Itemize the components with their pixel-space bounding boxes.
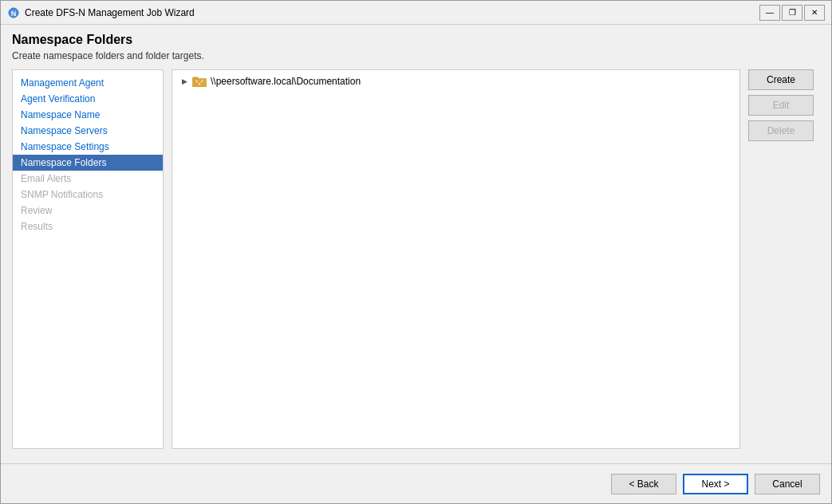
sidebar-item-snmp-notifications: SNMP Notifications: [13, 187, 163, 203]
svg-rect-2: [192, 79, 207, 88]
sidebar-item-management-agent[interactable]: Management Agent: [13, 75, 163, 91]
maximize-button[interactable]: ❐: [782, 5, 802, 21]
page-subtitle: Create namespace folders and folder targ…: [12, 50, 820, 61]
sidebar-item-email-alerts: Email Alerts: [13, 171, 163, 187]
sidebar-item-namespace-folders[interactable]: Namespace Folders: [13, 155, 163, 171]
delete-button[interactable]: Delete: [748, 120, 814, 141]
svg-text:N: N: [11, 10, 17, 18]
main-body: Management Agent Agent Verification Name…: [12, 69, 820, 449]
close-button[interactable]: ✕: [804, 5, 825, 21]
tree-area[interactable]: ▶: [172, 69, 740, 449]
center-panel: ▶: [172, 69, 740, 449]
window-controls: — ❐ ✕: [759, 5, 825, 21]
sidebar: Management Agent Agent Verification Name…: [12, 69, 164, 449]
page-title: Namespace Folders: [12, 33, 820, 47]
cancel-button[interactable]: Cancel: [755, 474, 820, 494]
edit-button[interactable]: Edit: [748, 95, 814, 116]
tree-expand-icon[interactable]: ▶: [179, 76, 190, 87]
create-button[interactable]: Create: [748, 69, 814, 90]
sidebar-item-agent-verification[interactable]: Agent Verification: [13, 91, 163, 107]
sidebar-item-namespace-settings[interactable]: Namespace Settings: [13, 139, 163, 155]
app-icon: N: [7, 6, 20, 19]
next-button[interactable]: Next >: [683, 474, 748, 494]
main-window: N Create DFS-N Management Job Wizard — ❐…: [0, 0, 832, 504]
sidebar-item-namespace-servers[interactable]: Namespace Servers: [13, 123, 163, 139]
tree-item-label: \\peersoftware.local\Documentation: [211, 76, 361, 87]
sidebar-item-namespace-name[interactable]: Namespace Name: [13, 107, 163, 123]
content-area: Namespace Folders Create namespace folde…: [1, 25, 831, 457]
title-bar: N Create DFS-N Management Job Wizard — ❐…: [1, 1, 831, 25]
back-button[interactable]: < Back: [611, 474, 676, 494]
minimize-button[interactable]: —: [759, 5, 780, 21]
svg-point-7: [199, 83, 200, 85]
tree-row-documentation[interactable]: ▶: [175, 73, 736, 89]
sidebar-item-results: Results: [13, 219, 163, 234]
window-title: Create DFS-N Management Job Wizard: [25, 7, 759, 18]
right-panel: Create Edit Delete: [748, 69, 820, 449]
svg-point-5: [195, 81, 197, 82]
folder-icon: [191, 75, 207, 88]
svg-point-6: [201, 81, 203, 82]
footer: < Back Next > Cancel: [1, 463, 831, 503]
sidebar-item-review: Review: [13, 203, 163, 219]
